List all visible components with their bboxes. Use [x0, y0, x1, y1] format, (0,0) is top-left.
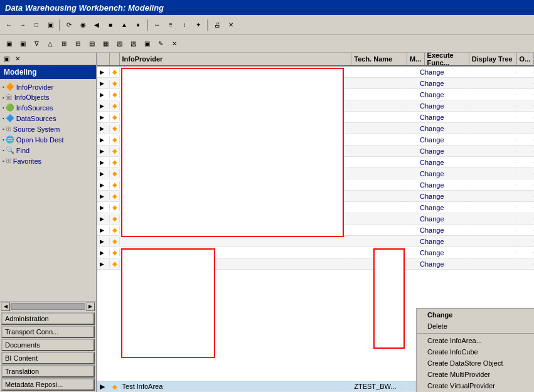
- scroll-track[interactable]: [11, 304, 85, 310]
- sidebar-item-infoobjects[interactable]: • 🏛 InfoObjects: [0, 92, 96, 102]
- grid-row-1[interactable]: Change: [417, 78, 480, 89]
- ctx-create-infocube[interactable]: Create InfoCube: [417, 346, 534, 358]
- tb2-btn6[interactable]: ⊟: [72, 38, 84, 50]
- star-btn[interactable]: ✦: [192, 19, 205, 31]
- back-btn[interactable]: ←: [3, 19, 15, 31]
- refresh-btn[interactable]: ⟳: [63, 19, 75, 31]
- ctx-create-datastore[interactable]: Create DataStore Object: [417, 358, 534, 369]
- panel-icon2[interactable]: ✕: [13, 54, 23, 64]
- expand-cell-11[interactable]: ▶: [97, 193, 110, 200]
- expand-cell-9[interactable]: ▶: [97, 170, 110, 177]
- expand-cell-0[interactable]: ▶: [97, 68, 110, 76]
- expand-cell-10[interactable]: ▶: [97, 181, 110, 189]
- btn-metadata[interactable]: Metadata Reposi...: [1, 378, 95, 391]
- change-link-1[interactable]: Change: [420, 80, 444, 87]
- expand-cell-1[interactable]: ▶: [97, 80, 110, 87]
- grid-row-12[interactable]: Change: [417, 202, 480, 213]
- grid-row-16[interactable]: Change: [417, 247, 480, 258]
- expand-cell-8[interactable]: ▶: [97, 159, 110, 166]
- ctx-delete[interactable]: Delete: [417, 320, 534, 332]
- tb2-btn5[interactable]: ⊞: [58, 38, 70, 50]
- expand-cell-6[interactable]: ▶: [97, 136, 110, 144]
- grid-row-17[interactable]: Change: [417, 258, 480, 270]
- tools-btn[interactable]: ■: [104, 19, 117, 31]
- tb2-btn11[interactable]: ▣: [141, 38, 153, 50]
- forward-btn[interactable]: →: [16, 19, 29, 31]
- grid-row-15[interactable]: Change: [417, 236, 480, 247]
- grid-row-13[interactable]: Change: [417, 213, 480, 225]
- sidebar-item-find[interactable]: • 🔍 Find: [0, 145, 96, 156]
- grid-row-9[interactable]: Change: [417, 168, 480, 179]
- change-link-7[interactable]: Change: [420, 147, 444, 155]
- grid-row-6[interactable]: Change: [417, 134, 480, 146]
- btn-translation[interactable]: Translation: [1, 365, 95, 378]
- ctx-create-virtualprovider[interactable]: Create VirtualProvider: [417, 380, 534, 391]
- sidebar-item-sourcesystem[interactable]: • ⊞ Source System: [0, 124, 96, 134]
- change-link-0[interactable]: Change: [420, 68, 444, 76]
- grid-row-14[interactable]: Change: [417, 225, 480, 236]
- tb2-btn1[interactable]: ▣: [3, 38, 15, 50]
- ctx-create-multiprovider[interactable]: Create MultiProvider: [417, 369, 534, 380]
- expand-cell-12[interactable]: ▶: [97, 204, 110, 211]
- change-link-9[interactable]: Change: [420, 170, 444, 177]
- sidebar-item-infosources[interactable]: • 🟢 InfoSources: [0, 102, 96, 113]
- expand-cell-4[interactable]: ▶: [97, 114, 110, 121]
- sidebar-item-favorites[interactable]: • ⊞ Favorites: [0, 156, 96, 166]
- panel-icon1[interactable]: ▣: [1, 54, 11, 64]
- expand-cell-5[interactable]: ▶: [97, 125, 110, 132]
- scroll-right[interactable]: ▶: [86, 302, 95, 311]
- tb2-btn3[interactable]: ∇: [30, 38, 43, 50]
- change-link-8[interactable]: Change: [420, 159, 444, 166]
- sidebar-item-infoprovider[interactable]: • 🔶 InfoProvider: [0, 82, 96, 92]
- expand-cell-13[interactable]: ▶: [97, 215, 110, 223]
- test-row-expand[interactable]: ▶: [97, 382, 110, 391]
- tb2-btn10[interactable]: ▨: [127, 38, 139, 50]
- expand-cell-3[interactable]: ▶: [97, 102, 110, 110]
- change-link-10[interactable]: Change: [420, 181, 444, 189]
- tb2-btn9[interactable]: ▧: [113, 38, 125, 50]
- change-link-6[interactable]: Change: [420, 136, 444, 144]
- scroll-left[interactable]: ◀: [1, 302, 10, 311]
- expand-cell-14[interactable]: ▶: [97, 226, 110, 234]
- grid-row-4[interactable]: Change: [417, 112, 480, 123]
- print-btn[interactable]: 🖨: [211, 19, 223, 31]
- tb2-btn2[interactable]: ▣: [16, 38, 29, 50]
- sidebar-item-openhub[interactable]: • 🌐 Open Hub Dest: [0, 134, 96, 145]
- grid-row-7[interactable]: Change: [417, 146, 480, 157]
- expand-cell-15[interactable]: ▶: [97, 238, 110, 245]
- change-link-5[interactable]: Change: [420, 125, 444, 132]
- change-link-12[interactable]: Change: [420, 204, 444, 211]
- grid-row-5[interactable]: Change: [417, 123, 480, 134]
- nav-btn[interactable]: ◉: [77, 19, 89, 31]
- expand-arrow-test[interactable]: ▶: [100, 383, 105, 391]
- tb2-btn8[interactable]: ▦: [99, 38, 112, 50]
- change-link-4[interactable]: Change: [420, 114, 444, 121]
- change-link-17[interactable]: Change: [420, 260, 444, 268]
- stop-btn[interactable]: □: [30, 19, 43, 31]
- close2-btn[interactable]: ✕: [225, 19, 237, 31]
- change-link-11[interactable]: Change: [420, 193, 444, 200]
- grid-row-2[interactable]: Change: [417, 89, 480, 100]
- btn-administration[interactable]: Administration: [1, 312, 95, 325]
- grid-row-8[interactable]: Change: [417, 157, 480, 168]
- sidebar-item-datasources[interactable]: • 🔷 DataSources: [0, 113, 96, 124]
- expand-cell-16[interactable]: ▶: [97, 249, 110, 257]
- diamond-btn[interactable]: ♦: [132, 19, 144, 31]
- expand-cell-17[interactable]: ▶: [97, 260, 110, 268]
- change-link-15[interactable]: Change: [420, 238, 444, 245]
- tb2-btn4[interactable]: △: [44, 38, 56, 50]
- history-btn[interactable]: ▣: [44, 19, 56, 31]
- change-link-2[interactable]: Change: [420, 91, 444, 98]
- expand-cell-2[interactable]: ▶: [97, 91, 110, 98]
- tb2-close[interactable]: ✕: [168, 38, 181, 50]
- change-link-13[interactable]: Change: [420, 215, 444, 223]
- btn-bicontent[interactable]: BI Content: [1, 352, 95, 364]
- obj-btn[interactable]: ◀: [90, 19, 103, 31]
- sort-btn[interactable]: ↕: [178, 19, 191, 31]
- ctx-change[interactable]: Change: [417, 309, 534, 320]
- btn-transport[interactable]: Transport Conn...: [1, 326, 95, 338]
- grid-row-10[interactable]: Change: [417, 179, 480, 191]
- list-btn[interactable]: ≡: [164, 19, 177, 31]
- grid-row-3[interactable]: Change: [417, 100, 480, 112]
- change-link-3[interactable]: Change: [420, 102, 444, 110]
